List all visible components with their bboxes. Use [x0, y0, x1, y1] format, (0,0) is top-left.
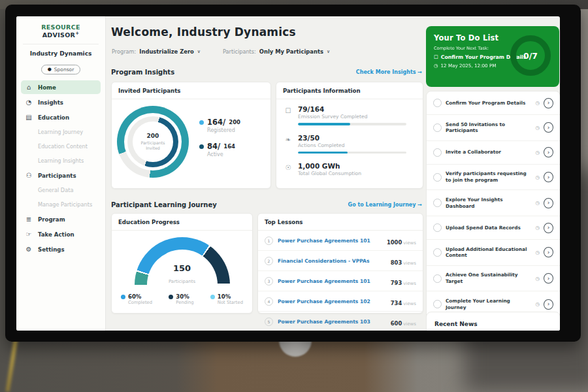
views-suffix: views [403, 321, 416, 327]
go-to-learning-journey-link[interactable]: Go to Learning Journey → [348, 202, 422, 208]
education-progress-gauge: 150 Participants [135, 237, 230, 286]
stat-emission-survey: ☐ 79/164 Emission Survey Completed [276, 99, 423, 128]
task-label: Complete Your Learning Journey [446, 298, 531, 311]
legend-value: 164/ [207, 118, 225, 127]
education-icon: ▤ [25, 114, 33, 121]
sidebar-item-label: Home [38, 84, 56, 91]
legend-dot [199, 144, 204, 149]
legend-label: Registered [207, 127, 240, 133]
sidebar-item-program[interactable]: ≣ Program [21, 212, 101, 226]
clock-icon: ◷ [535, 125, 540, 131]
progress-bar [298, 152, 406, 154]
sponsor-badge[interactable]: ● Sponsor [41, 65, 81, 74]
recent-news-title: Recent News [427, 312, 560, 331]
task-open-button[interactable]: › [544, 247, 553, 257]
task-checkbox[interactable] [433, 123, 442, 132]
page-title: Welcome, Industry Dynamics [111, 25, 296, 39]
sidebar-item-learning-insights[interactable]: Learning Insights [21, 154, 101, 167]
task-open-button[interactable]: › [544, 172, 553, 182]
lesson-link[interactable]: Power Purchase Agreements 101 [278, 278, 386, 284]
legend-label: Completed [128, 300, 152, 305]
sidebar-item-insights[interactable]: ◔ Insights [21, 95, 101, 109]
clock-icon: ◷ [535, 276, 540, 282]
sidebar-item-label: Program [38, 216, 65, 223]
task-row: Invite a Collaborator ◷ › [427, 141, 560, 165]
task-checkbox[interactable] [433, 248, 442, 257]
settings-icon: ⚙ [25, 246, 33, 253]
todo-progress-ring: 0/7 [510, 35, 551, 76]
legend-not-started: 10%Not Started [210, 293, 243, 305]
sidebar-item-learning-journey[interactable]: Learning Journey [21, 125, 101, 139]
participants-icon: ⚇ [25, 172, 33, 179]
sidebar-item-home[interactable]: ⌂ Home [21, 80, 101, 94]
lesson-link[interactable]: Financial Considerations - VPPAs [278, 258, 386, 264]
lesson-rank: 5 [265, 318, 273, 326]
task-open-button[interactable]: › [544, 273, 553, 284]
legend-dot [199, 120, 204, 125]
lesson-link[interactable]: Power Purchase Agreements 103 [278, 319, 386, 325]
task-label: Verify participants requesting to join t… [446, 171, 531, 184]
task-open-button[interactable]: › [544, 98, 553, 108]
participants-filter-label: Participants: [223, 48, 256, 55]
stat-label: Actions Completed [298, 142, 406, 148]
views-suffix: views [403, 301, 416, 306]
legend-active: 84/164 Active [199, 142, 240, 157]
todo-summary-card: Your To Do List Complete Your Next Task:… [426, 26, 559, 87]
arrow-right-icon: → [417, 202, 422, 208]
sidebar-item-participants[interactable]: ⚇ Participants [21, 169, 101, 182]
lesson-rank: 1 [265, 237, 273, 245]
task-open-button[interactable]: › [544, 223, 553, 233]
task-row: Upload Additional Educational Content ◷ … [427, 240, 560, 266]
task-checkbox[interactable] [433, 223, 442, 232]
task-open-button[interactable]: › [544, 198, 553, 208]
lesson-link[interactable]: Power Purchase Agreements 101 [278, 238, 382, 244]
sidebar-item-label: Insights [38, 99, 63, 106]
views-suffix: views [403, 240, 416, 246]
sidebar-item-general-data[interactable]: General Data [21, 184, 101, 197]
participants-filter[interactable]: Participants: Only My Participants ∨ [223, 48, 330, 55]
check-more-insights-link[interactable]: Check More Insights → [356, 69, 422, 75]
clock-icon: ◷ [535, 225, 540, 231]
link-label: Check More Insights [356, 69, 416, 75]
sidebar-item-manage-participants[interactable]: Manage Participants [21, 198, 101, 211]
task-label: Send 50 Invitations to Participants [446, 122, 531, 135]
lesson-views: 734 [391, 300, 402, 306]
sidebar-item-label: Education [38, 114, 69, 121]
task-open-button[interactable]: › [544, 299, 553, 310]
task-row: Explore Your Insights Dashboard ◷ › [427, 190, 560, 216]
program-filter-value: Industrialize Zero [139, 48, 194, 55]
lesson-link[interactable]: Power Purchase Agreements 102 [278, 299, 386, 304]
progress-bar [298, 123, 406, 125]
task-checkbox[interactable] [433, 148, 442, 157]
task-checkbox[interactable] [433, 173, 442, 182]
sidebar-item-education-content[interactable]: Education Content [21, 140, 101, 153]
program-filter[interactable]: Program: Industrialize Zero ∨ [112, 48, 201, 55]
task-label: Upload Spend Data Records [446, 225, 531, 231]
program-filter-label: Program: [112, 48, 136, 55]
task-checkbox[interactable] [433, 199, 442, 207]
donut-center-label: Participants Invited [141, 140, 165, 151]
task-checkbox[interactable] [433, 274, 442, 283]
task-row: Achieve One Sustainability Target ◷ › [427, 266, 560, 292]
participants-information-card: Participants Information ☐ 79/164 Emissi… [276, 82, 423, 189]
card-title: Participants Information [276, 82, 423, 99]
task-open-button[interactable]: › [544, 147, 553, 157]
sidebar-item-take-action[interactable]: ☞ Take Action [21, 227, 101, 241]
clock-icon: ◷ [535, 174, 540, 180]
sidebar-item-settings[interactable]: ⚙ Settings [21, 242, 101, 256]
participants-filter-value: Only My Participants [259, 48, 323, 55]
logo-advisor: ADVISOR [42, 31, 75, 39]
legend-label: Pending [176, 300, 193, 305]
consumption-icon: ☉ [284, 162, 292, 176]
task-checkbox[interactable] [433, 99, 442, 107]
main-content: Welcome, Industry Dynamics Program: Indu… [105, 16, 429, 331]
task-checkbox[interactable] [433, 300, 442, 308]
sidebar-item-education[interactable]: ▤ Education [21, 110, 101, 124]
logo-resource: RESOURCE [41, 24, 80, 31]
task-open-button[interactable]: › [544, 122, 553, 133]
legend-dot [210, 295, 215, 299]
legend-completed: 60%Completed [121, 293, 152, 305]
sidebar-item-label: Participants [38, 172, 76, 179]
clock-icon: ◷ [434, 63, 438, 69]
learning-journey-heading: Participant Learning Journey [111, 201, 217, 208]
